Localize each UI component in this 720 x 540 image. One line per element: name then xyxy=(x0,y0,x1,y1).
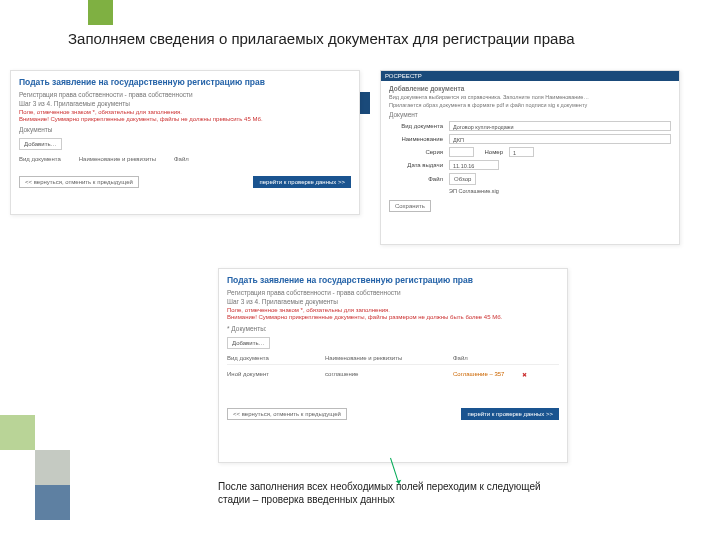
delete-icon[interactable]: ✖ xyxy=(522,371,527,378)
col-header: Наименование и реквизиты xyxy=(79,156,156,162)
col-header: Файл xyxy=(453,355,468,361)
field-label: Номер xyxy=(474,149,509,155)
field-label: Файл xyxy=(389,176,449,182)
form-title: Подать заявление на государственную реги… xyxy=(227,275,559,285)
step-label: Шаг 3 из 4. Прилагаемые документы xyxy=(227,298,559,305)
warning: Поле, отмеченное знаком *, обязательны д… xyxy=(19,109,351,115)
table-row: Иной документ соглашение Соглашение – 35… xyxy=(227,371,559,378)
cell-name: соглашение xyxy=(325,371,435,378)
field-label: Серия xyxy=(389,149,449,155)
back-button[interactable]: << вернуться, отменить к предыдущей xyxy=(19,176,139,188)
next-button[interactable]: перейти к проверке данных >> xyxy=(461,408,559,420)
decor-square xyxy=(35,485,70,520)
screenshot-step3-empty: Подать заявление на государственную реги… xyxy=(10,70,360,215)
browse-button[interactable]: Обзор xyxy=(449,173,476,185)
series-input[interactable] xyxy=(449,147,474,157)
field-label: Дата выдачи xyxy=(389,162,449,168)
col-header: Наименование и реквизиты xyxy=(325,355,435,361)
decor-square xyxy=(88,0,113,25)
portal-header: РОСРЕЕСТР xyxy=(381,71,679,81)
add-button[interactable]: Добавить… xyxy=(19,138,62,150)
number-input[interactable]: 1 xyxy=(509,147,534,157)
warning: Поле, отмеченное знаком *, обязательны д… xyxy=(227,307,559,313)
screenshot-step3-filled: Подать заявление на государственную реги… xyxy=(218,268,568,463)
subtitle: Регистрация права собственности - права … xyxy=(227,289,559,296)
back-button[interactable]: << вернуться, отменить к предыдущей xyxy=(227,408,347,420)
slide-title: Заполняем сведения о прилагаемых докумен… xyxy=(68,30,575,47)
screenshot-add-document-dialog: РОСРЕЕСТР Добавление документа Вид докум… xyxy=(380,70,680,245)
table-header: Вид документа Наименование и реквизиты Ф… xyxy=(227,355,559,365)
step-label: Шаг 3 из 4. Прилагаемые документы xyxy=(19,100,351,107)
warning: Внимание! Суммарно прикрепленные докумен… xyxy=(227,314,559,320)
decor-square xyxy=(35,450,70,485)
table-header: Вид документа Наименование и реквизиты Ф… xyxy=(19,156,351,162)
section-label: Документ xyxy=(389,111,671,118)
footer-note: После заполнения всех необходимых полей … xyxy=(218,480,548,506)
date-input[interactable]: 11.10.16 xyxy=(449,160,499,170)
next-button[interactable]: перейти к проверке данных >> xyxy=(253,176,351,188)
section-label: Документы xyxy=(19,126,351,133)
warning: Внимание! Суммарно прикрепленные докумен… xyxy=(19,116,351,122)
doc-type-select[interactable]: Договор купли-продажи xyxy=(449,121,671,131)
field-label: Вид документа xyxy=(389,123,449,129)
col-header: Вид документа xyxy=(19,156,61,162)
add-button[interactable]: Добавить… xyxy=(227,337,270,349)
col-header: Вид документа xyxy=(227,355,307,361)
field-label: Наименование xyxy=(389,136,449,142)
section-label: * Документы: xyxy=(227,325,559,332)
subtitle: Регистрация права собственности - права … xyxy=(19,91,351,98)
col-header: Файл xyxy=(174,156,189,162)
cell-doc-type: Иной документ xyxy=(227,371,307,378)
save-button[interactable]: Сохранить xyxy=(389,200,431,212)
signature-file: ЭП Соглашение.sig xyxy=(449,188,499,194)
hint: Вид документа выбирается из справочника.… xyxy=(389,94,671,100)
cell-file: Соглашение – 357 xyxy=(453,371,504,378)
dialog-title: Добавление документа xyxy=(389,85,671,92)
form-title: Подать заявление на государственную реги… xyxy=(19,77,351,87)
hint: Прилагается образ документа в формате pd… xyxy=(389,102,671,108)
name-input[interactable]: ДКП xyxy=(449,134,671,144)
decor-square xyxy=(0,415,35,450)
